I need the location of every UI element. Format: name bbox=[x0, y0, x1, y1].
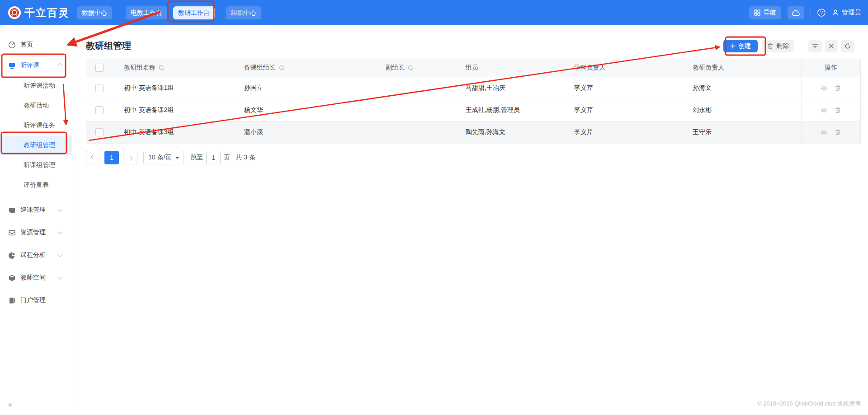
filter-button[interactable] bbox=[808, 40, 822, 52]
nav-menu-button[interactable]: 导航 bbox=[749, 6, 781, 19]
sidebar-subitem-review-task[interactable]: 听评课任务 bbox=[0, 116, 72, 135]
sidebar-subitem-research-activity[interactable]: 教研活动 bbox=[0, 96, 72, 116]
delete-button[interactable]: 删除 bbox=[762, 40, 794, 52]
search-icon[interactable] bbox=[159, 65, 165, 71]
create-button[interactable]: 创建 bbox=[723, 40, 758, 52]
row-checkbox[interactable] bbox=[95, 84, 104, 92]
chevron-down-icon bbox=[57, 229, 62, 234]
jump-page-input[interactable] bbox=[206, 151, 221, 164]
delete-button-label: 删除 bbox=[776, 42, 789, 50]
sidebar-item-label: 巡课管理 bbox=[20, 206, 46, 214]
topnav-tab-data-center[interactable]: 数据中心 bbox=[77, 6, 112, 19]
portal-icon bbox=[8, 297, 16, 304]
analysis-icon bbox=[8, 252, 16, 259]
help-icon[interactable]: ? bbox=[817, 9, 826, 17]
table-row[interactable]: 初中-英语备课1组 孙国立 马甜甜,王冶庆 李义芹 孙海文 bbox=[86, 77, 861, 99]
search-icon[interactable] bbox=[279, 65, 285, 71]
sidebar-item-label: 教师空间 bbox=[20, 274, 46, 282]
create-button-label: 创建 bbox=[738, 42, 751, 50]
sidebar-item-label: 听评课 bbox=[20, 61, 39, 70]
cell-members: 陶先雨,孙海文 bbox=[455, 121, 563, 143]
sidebar-subitem-rating-scale[interactable]: 评价量表 bbox=[0, 175, 72, 195]
refresh-button[interactable] bbox=[841, 40, 854, 52]
svg-text:?: ? bbox=[820, 10, 823, 15]
subitem-label: 教研组管理 bbox=[24, 141, 55, 149]
total-count-label: 共 3 条 bbox=[236, 154, 255, 162]
subitem-label: 听评课任务 bbox=[24, 121, 55, 130]
page-title: 教研组管理 bbox=[86, 40, 131, 52]
cell-group-name: 初中-英语备课2组 bbox=[113, 99, 233, 121]
brand-title: 千立百灵 bbox=[24, 0, 70, 25]
sidebar-item-label: 门户管理 bbox=[20, 296, 46, 304]
subitem-label: 听课组管理 bbox=[24, 161, 55, 169]
select-all-checkbox[interactable] bbox=[95, 64, 104, 72]
cell-prep-leader: 潘小康 bbox=[233, 121, 375, 143]
app-root: { "topbar": { "brand": "千立百灵", "tabs": [… bbox=[0, 0, 868, 415]
search-icon[interactable] bbox=[408, 65, 414, 71]
resource-icon bbox=[8, 229, 16, 237]
page-size-select[interactable]: 10 条/页 bbox=[143, 151, 184, 164]
chevron-right-icon bbox=[127, 156, 132, 161]
caret-down-icon bbox=[175, 157, 179, 159]
page-size-value: 10 条/页 bbox=[148, 154, 171, 162]
close-icon bbox=[829, 43, 834, 49]
cell-deputy-leader bbox=[375, 99, 455, 121]
sidebar-subitem-research-group-mgmt[interactable]: 教研组管理 bbox=[0, 135, 72, 155]
table-row[interactable]: 初中-英语备课2组 杨文华 王成社,杨朋,管理员 李义芹 刘永彬 bbox=[86, 99, 861, 121]
chevron-down-icon bbox=[57, 207, 62, 212]
column-header-actions: 操作 bbox=[825, 64, 837, 72]
sidebar-item-home[interactable]: 首页 bbox=[0, 34, 72, 55]
sidebar-subitem-listen-group-mgmt[interactable]: 听课组管理 bbox=[0, 155, 72, 175]
current-page-button[interactable]: 1 bbox=[104, 151, 119, 164]
sidebar-collapse-button[interactable]: « bbox=[8, 401, 12, 409]
settings-gear-icon[interactable] bbox=[821, 129, 827, 136]
trash-icon bbox=[767, 43, 774, 49]
delete-row-icon[interactable] bbox=[835, 129, 841, 135]
cell-prep-leader: 杨文华 bbox=[233, 99, 375, 121]
chevron-up-icon bbox=[57, 63, 62, 68]
clear-filter-button[interactable] bbox=[825, 40, 838, 52]
brand-logo-icon bbox=[8, 6, 21, 19]
row-checkbox[interactable] bbox=[95, 128, 104, 136]
sidebar-subitem-review-activity[interactable]: 听评课活动 bbox=[0, 76, 72, 96]
next-page-button[interactable] bbox=[123, 151, 137, 164]
cell-subject-lead: 李义芹 bbox=[563, 99, 682, 121]
settings-gear-icon[interactable] bbox=[821, 107, 827, 114]
chevron-down-icon bbox=[57, 275, 62, 280]
refresh-icon bbox=[844, 43, 851, 49]
settings-gear-icon[interactable] bbox=[821, 85, 827, 92]
nav-menu-label: 导航 bbox=[764, 9, 776, 17]
sidebar-item-course-analysis[interactable]: 课程分析 bbox=[0, 244, 72, 266]
page-header: 教研组管理 创建 删除 bbox=[72, 25, 868, 59]
user-menu[interactable]: 管理员 bbox=[832, 9, 861, 17]
cell-research-lead: 孙海文 bbox=[682, 77, 801, 99]
sidebar-item-resource-mgmt[interactable]: 资源管理 bbox=[0, 221, 72, 244]
topnav-tab-org-center[interactable]: 组织中心 bbox=[226, 6, 261, 19]
sidebar-item-label: 资源管理 bbox=[20, 228, 46, 237]
cloud-button[interactable] bbox=[788, 6, 804, 19]
pagination: 1 10 条/页 跳至 页 共 3 条 bbox=[86, 151, 868, 164]
topnav-tab-research-workbench[interactable]: 教研工作台 bbox=[173, 6, 215, 19]
top-navbar: 千立百灵 数据中心 电教工作台 教研工作台 组织中心 导航 ? bbox=[0, 0, 868, 25]
topnav-tab-eteach-workbench[interactable]: 电教工作台 bbox=[126, 6, 167, 19]
row-checkbox[interactable] bbox=[95, 106, 104, 114]
sidebar-item-patrol-mgmt[interactable]: 巡课管理 bbox=[0, 199, 72, 221]
teacher-space-icon bbox=[8, 274, 16, 282]
sidebar: 首页 听评课 听评课活动 教研活动 听评课任务 教研组管理 听课组管理 评价量表 bbox=[0, 25, 72, 415]
sidebar-item-teacher-space[interactable]: 教师空间 bbox=[0, 266, 72, 289]
sidebar-item-portal-mgmt[interactable]: 门户管理 bbox=[0, 289, 72, 312]
prev-page-button[interactable] bbox=[86, 151, 100, 164]
delete-row-icon[interactable] bbox=[835, 85, 841, 91]
user-icon bbox=[832, 9, 839, 16]
column-header-deputy-leader: 副组长 bbox=[386, 64, 405, 72]
plus-icon bbox=[730, 43, 736, 49]
cell-subject-lead: 李义芹 bbox=[563, 77, 682, 99]
toolbar: 创建 删除 bbox=[723, 40, 854, 52]
cell-members: 王成社,杨朋,管理员 bbox=[455, 99, 563, 121]
table-header-row: 教研组名称 备课组组长 副组长 组员 学科负责人 教研负责人 bbox=[86, 59, 861, 77]
sidebar-item-lesson-review[interactable]: 听评课 bbox=[0, 55, 72, 76]
cell-members: 马甜甜,王冶庆 bbox=[455, 77, 563, 99]
delete-row-icon[interactable] bbox=[835, 107, 841, 113]
table-row[interactable]: 初中-英语备课3组 潘小康 陶先雨,孙海文 李义芹 王守乐 bbox=[86, 121, 861, 144]
subitem-label: 听评课活动 bbox=[24, 82, 55, 90]
